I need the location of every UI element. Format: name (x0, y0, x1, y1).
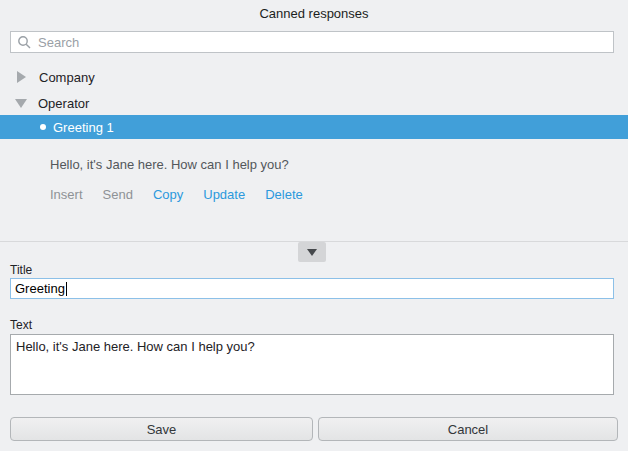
tree-group-label: Operator (38, 96, 89, 111)
tree-group-operator[interactable]: Operator (0, 91, 628, 115)
canned-response-preview: Hello, it's Jane here. How can I help yo… (50, 157, 289, 172)
send-link: Send (103, 187, 133, 202)
text-caret (66, 282, 67, 296)
search-icon (17, 35, 31, 49)
title-input[interactable]: Greeting (10, 278, 614, 299)
title-input-value: Greeting (15, 281, 65, 296)
tree-item-label: Greeting 1 (53, 120, 114, 135)
expand-arrow-icon[interactable] (17, 71, 26, 83)
cancel-button[interactable]: Cancel (318, 417, 618, 441)
update-link[interactable]: Update (203, 187, 245, 202)
collapse-arrow-icon[interactable] (15, 99, 27, 108)
tree-item-greeting-1[interactable]: Greeting 1 (0, 115, 628, 139)
canned-response-actions: Insert Send Copy Update Delete (50, 187, 303, 202)
bullet-icon (40, 124, 46, 130)
title-field-label: Title (10, 263, 32, 277)
save-button[interactable]: Save (10, 417, 313, 441)
text-field-label: Text (10, 318, 32, 332)
delete-link[interactable]: Delete (265, 187, 303, 202)
tree-group-company[interactable]: Company (0, 65, 628, 89)
collapse-editor-button[interactable] (298, 242, 326, 262)
insert-link: Insert (50, 187, 83, 202)
text-input[interactable]: Hello, it's Jane here. How can I help yo… (10, 334, 614, 395)
copy-link[interactable]: Copy (153, 187, 183, 202)
tree-group-label: Company (39, 70, 95, 85)
search-input[interactable] (38, 35, 607, 50)
search-box[interactable] (10, 31, 614, 53)
page-title: Canned responses (0, 6, 628, 21)
chevron-down-icon (307, 249, 317, 256)
